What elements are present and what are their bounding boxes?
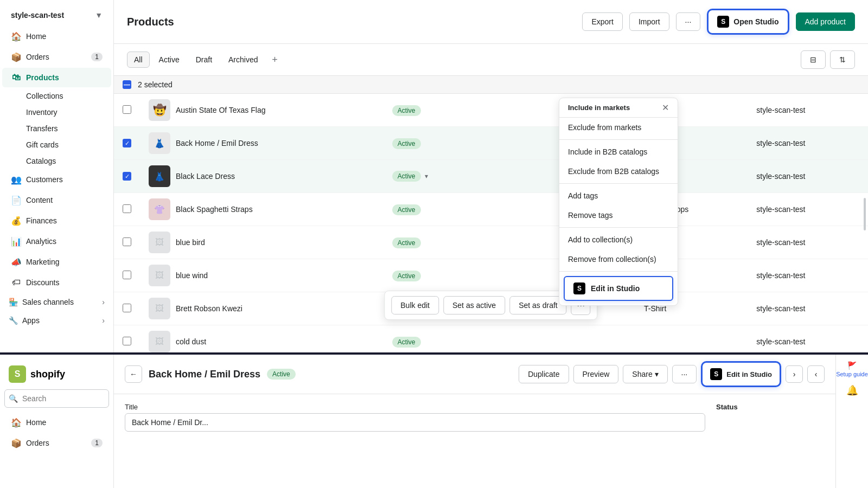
dropdown-item-add-collection[interactable]: Add to collection(s) bbox=[559, 230, 678, 249]
status-dropdown-button[interactable]: ▾ bbox=[423, 171, 430, 181]
sidebar-subitem-transfers[interactable]: Transfers bbox=[2, 121, 111, 136]
dropdown-divider-2 bbox=[559, 183, 678, 184]
orders-icon: 📦 bbox=[11, 52, 22, 62]
dropdown-close-icon[interactable]: ✕ bbox=[662, 102, 669, 113]
sidebar-subitem-collections[interactable]: Collections bbox=[2, 88, 111, 104]
edit-in-studio-bottom-button[interactable]: S Edit in Studio bbox=[701, 361, 781, 387]
studio-bottom-logo-icon: S bbox=[710, 368, 722, 380]
bottom-right-sidebar: 🚩 Setup guide 🔔 bbox=[835, 355, 868, 488]
sidebar-item-products[interactable]: 🛍 Products bbox=[2, 68, 111, 87]
product-name-cell: 🖼 blue bird bbox=[149, 232, 375, 253]
row-checkbox[interactable] bbox=[123, 204, 131, 213]
sort-icon: ⇅ bbox=[839, 55, 846, 64]
row-checkbox[interactable]: ✓ bbox=[123, 139, 131, 147]
tab-archived[interactable]: Archived bbox=[221, 52, 265, 68]
product-name-cell: 🖼 Brett Robson Kwezi bbox=[149, 298, 375, 319]
tab-active[interactable]: Active bbox=[152, 52, 187, 68]
search-bar: 🔍 bbox=[4, 389, 109, 408]
more-detail-button[interactable]: ··· bbox=[672, 365, 697, 383]
setup-guide-link[interactable]: 🚩 Setup guide bbox=[836, 361, 868, 377]
sidebar-item-sales-channels[interactable]: 🏪 Sales channels › bbox=[2, 293, 111, 311]
prev-nav-button[interactable]: ‹ bbox=[807, 365, 825, 383]
add-tab-button[interactable]: + bbox=[267, 52, 283, 67]
title-input[interactable] bbox=[125, 413, 705, 432]
sidebar-subitem-inventory[interactable]: Inventory bbox=[2, 105, 111, 120]
back-button[interactable]: ← bbox=[125, 365, 142, 383]
row-checkbox[interactable] bbox=[123, 105, 131, 114]
sidebar-item-orders[interactable]: 📦 Orders 1 bbox=[2, 47, 111, 67]
product-detail-panel: ← Back Home / Emil Dress Active Duplicat… bbox=[114, 355, 835, 488]
tab-all[interactable]: All bbox=[127, 52, 150, 68]
row-checkbox[interactable] bbox=[123, 337, 131, 345]
search-input[interactable] bbox=[4, 389, 109, 408]
product-status: Active bbox=[392, 271, 421, 281]
row-checkbox[interactable]: ✓ bbox=[123, 172, 131, 181]
scroll-indicator bbox=[864, 198, 866, 230]
open-studio-button[interactable]: S Open Studio bbox=[707, 9, 789, 35]
content-icon: 📄 bbox=[11, 195, 22, 206]
store-selector[interactable]: style-scan-test ▼ bbox=[4, 7, 109, 24]
select-all-checkbox[interactable]: — bbox=[123, 80, 131, 89]
bulk-edit-button[interactable]: Bulk edit bbox=[391, 296, 439, 314]
apps-icon: 🔧 bbox=[9, 316, 18, 325]
product-status: Active bbox=[392, 105, 421, 116]
product-status: Active bbox=[392, 237, 421, 248]
header-actions: Export Import ··· S Open Studio Add prod… bbox=[582, 9, 855, 35]
sidebar-item-home[interactable]: 🏠 Home bbox=[2, 27, 111, 46]
sidebar-subitem-giftcards[interactable]: Gift cards bbox=[2, 137, 111, 152]
main-content: Products Export Import ··· S Open Studio… bbox=[114, 0, 868, 352]
sidebar-item-label-discounts: Discounts bbox=[26, 278, 59, 287]
table-row: 🤠 Austin State Of Texas Flag Active T-Sh… bbox=[114, 94, 868, 127]
dropdown-item-add-tags[interactable]: Add tags bbox=[559, 186, 678, 206]
product-status: Active bbox=[392, 337, 421, 348]
filter-button[interactable]: ⊟ bbox=[801, 50, 826, 69]
product-name: Austin State Of Texas Flag bbox=[176, 106, 266, 114]
sidebar-subitem-catalogs[interactable]: Catalogs bbox=[2, 153, 111, 169]
sidebar-item-label-finances: Finances bbox=[26, 216, 57, 225]
row-checkbox[interactable] bbox=[123, 271, 131, 279]
sidebar-item-discounts[interactable]: 🏷 Discounts bbox=[2, 273, 111, 292]
sales-channels-arrow-icon: › bbox=[102, 298, 105, 306]
bottom-sidebar: S shopify 🔍 🏠 Home 📦 Orders 1 bbox=[0, 355, 114, 488]
set-as-active-button[interactable]: Set as active bbox=[443, 296, 505, 314]
row-checkbox[interactable] bbox=[123, 237, 131, 246]
share-button[interactable]: Share ▾ bbox=[623, 365, 667, 383]
duplicate-button[interactable]: Duplicate bbox=[519, 365, 569, 383]
title-form-group: Title bbox=[125, 403, 705, 432]
product-name: cold dust bbox=[176, 337, 206, 346]
dropdown-menu: Include in markets ✕ Exclude from market… bbox=[559, 98, 678, 306]
add-product-button[interactable]: Add product bbox=[796, 12, 856, 31]
dropdown-item-exclude-markets[interactable]: Exclude from markets bbox=[559, 118, 678, 137]
tab-draft[interactable]: Draft bbox=[189, 52, 219, 68]
product-image: 🖼 bbox=[149, 265, 170, 286]
row-checkbox[interactable] bbox=[123, 304, 131, 312]
search-icon: 🔍 bbox=[9, 394, 18, 403]
product-name: Black Spaghetti Straps bbox=[176, 205, 253, 214]
sidebar-item-marketing[interactable]: 📣 Marketing bbox=[2, 252, 111, 272]
sidebar-item-content[interactable]: 📄 Content bbox=[2, 190, 111, 210]
sidebar-item-finances[interactable]: 💰 Finances bbox=[2, 211, 111, 230]
import-button[interactable]: Import bbox=[629, 12, 669, 31]
bottom-sidebar-item-home[interactable]: 🏠 Home bbox=[2, 413, 111, 432]
product-detail-body: Title Status bbox=[114, 394, 835, 488]
dropdown-item-remove-collection[interactable]: Remove from collection(s) bbox=[559, 249, 678, 269]
product-detail-actions: Duplicate Preview Share ▾ ··· S Edit in … bbox=[519, 361, 825, 387]
dropdown-item-exclude-b2b[interactable]: Exclude from B2B catalogs bbox=[559, 162, 678, 181]
preview-button[interactable]: Preview bbox=[573, 365, 619, 383]
product-name: Back Home / Emil Dress bbox=[176, 139, 258, 147]
product-image: 👚 bbox=[149, 198, 170, 220]
dropdown-item-remove-tags[interactable]: Remove tags bbox=[559, 206, 678, 225]
more-options-button[interactable]: ··· bbox=[676, 12, 701, 31]
sidebar-item-analytics[interactable]: 📊 Analytics bbox=[2, 232, 111, 251]
dropdown-item-include-b2b[interactable]: Include in B2B catalogs bbox=[559, 142, 678, 162]
next-button[interactable]: › bbox=[786, 365, 803, 383]
title-label: Title bbox=[125, 403, 705, 411]
set-as-draft-button[interactable]: Set as draft bbox=[509, 296, 567, 314]
sidebar-item-apps[interactable]: 🔧 Apps › bbox=[2, 312, 111, 329]
sidebar-item-customers[interactable]: 👥 Customers bbox=[2, 170, 111, 189]
bottom-sidebar-item-orders[interactable]: 📦 Orders 1 bbox=[2, 433, 111, 453]
sort-button[interactable]: ⇅ bbox=[830, 50, 855, 69]
export-button[interactable]: Export bbox=[582, 12, 622, 31]
edit-in-studio-dropdown-button[interactable]: S Edit in Studio bbox=[564, 276, 673, 301]
notification-bell-icon[interactable]: 🔔 bbox=[846, 384, 859, 397]
